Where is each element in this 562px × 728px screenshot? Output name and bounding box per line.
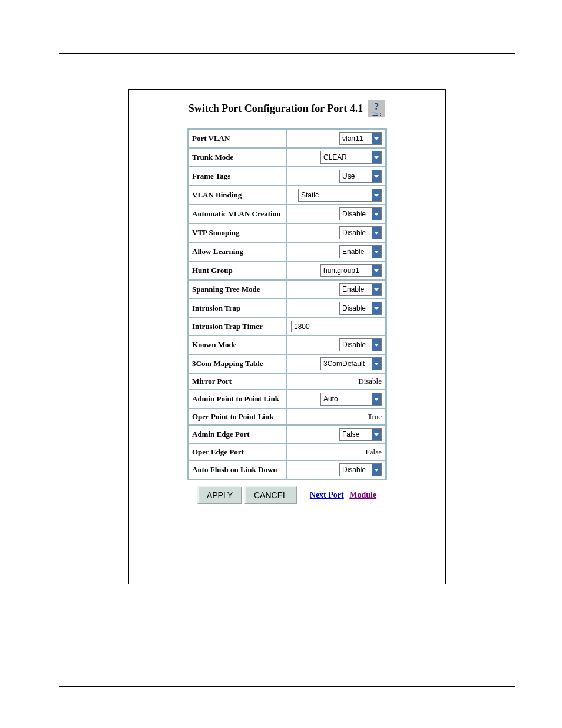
row-value: Disable: [287, 223, 386, 242]
table-row: Trunk ModeCLEAR: [188, 148, 386, 167]
table-row: Intrusion Trap Timer: [188, 318, 386, 335]
chevron-down-icon[interactable]: [372, 284, 381, 295]
row-value: CLEAR: [287, 148, 386, 167]
row-label: Spanning Tree Mode: [188, 280, 287, 299]
row-label: Known Mode: [188, 335, 287, 354]
chevron-down-icon[interactable]: [372, 265, 381, 276]
row-label: Oper Point to Point Link: [188, 409, 287, 425]
table-row: 3Com Mapping Table3ComDefault: [188, 354, 386, 373]
table-row: Admin Point to Point LinkAuto: [188, 390, 386, 409]
select-control[interactable]: Auto: [320, 393, 382, 406]
row-value: Static: [287, 186, 386, 205]
select-control[interactable]: Disable: [339, 463, 382, 476]
table-row: Intrusion TrapDisable: [188, 299, 386, 318]
chevron-down-icon[interactable]: [372, 208, 381, 220]
select-control[interactable]: Disable: [339, 338, 382, 351]
row-label: VTP Snooping: [188, 223, 287, 242]
row-value: Auto: [287, 390, 386, 409]
table-row: Oper Edge PortFalse: [188, 444, 386, 460]
apply-button[interactable]: APPLY: [197, 486, 242, 504]
table-row: VTP SnoopingDisable: [188, 223, 386, 242]
chevron-down-icon[interactable]: [372, 429, 381, 440]
select-control[interactable]: 3ComDefault: [320, 357, 382, 370]
row-value: Use: [287, 167, 386, 186]
row-label: 3Com Mapping Table: [188, 354, 287, 373]
row-label: Frame Tags: [188, 167, 287, 186]
select-control[interactable]: Disable: [339, 207, 382, 220]
table-row: VLAN BindingStatic: [188, 186, 386, 205]
select-control[interactable]: Enable: [339, 245, 382, 258]
table-row: Frame TagsUse: [188, 167, 386, 186]
static-value: False: [366, 447, 382, 456]
row-value: False: [287, 425, 386, 444]
chevron-down-icon[interactable]: [372, 464, 381, 476]
table-row: Spanning Tree ModeEnable: [188, 280, 386, 299]
row-value: Disable: [287, 205, 386, 223]
chevron-down-icon[interactable]: [372, 393, 381, 405]
static-value: True: [368, 412, 382, 421]
row-label: Port VLAN: [188, 129, 287, 148]
select-control[interactable]: False: [339, 428, 382, 441]
row-value: vlan11: [287, 129, 386, 148]
row-value: 3ComDefault: [287, 354, 386, 373]
row-value: True: [287, 409, 386, 425]
chevron-down-icon[interactable]: [372, 302, 381, 314]
config-table: Port VLANvlan11Trunk ModeCLEARFrame Tags…: [187, 128, 387, 480]
module-link[interactable]: Module: [349, 490, 376, 499]
select-control[interactable]: Static: [298, 189, 382, 202]
row-label: Mirror Port: [188, 373, 287, 390]
chevron-down-icon[interactable]: [372, 133, 381, 144]
table-row: Admin Edge PortFalse: [188, 425, 386, 444]
row-value: [287, 318, 386, 335]
row-label: Trunk Mode: [188, 148, 287, 167]
row-value: Disable: [287, 373, 386, 390]
row-value: Enable: [287, 242, 386, 261]
cancel-button[interactable]: CANCEL: [244, 486, 297, 504]
row-value: Enable: [287, 280, 386, 299]
table-row: Allow LearningEnable: [188, 242, 386, 261]
row-label: Intrusion Trap: [188, 299, 287, 318]
row-label: Hunt Group: [188, 261, 287, 280]
help-icon[interactable]: ? Help: [368, 100, 385, 117]
table-row: Hunt Grouphuntgroup1: [188, 261, 386, 280]
select-control[interactable]: vlan11: [339, 132, 382, 145]
row-label: Intrusion Trap Timer: [188, 318, 287, 335]
chevron-down-icon[interactable]: [372, 227, 381, 239]
select-control[interactable]: CLEAR: [320, 151, 382, 164]
text-input[interactable]: [291, 321, 373, 332]
row-label: VLAN Binding: [188, 186, 287, 205]
row-value: False: [287, 444, 386, 460]
table-row: Automatic VLAN CreationDisable: [188, 205, 386, 223]
chevron-down-icon[interactable]: [372, 151, 381, 163]
static-value: Disable: [358, 377, 382, 386]
row-label: Admin Edge Port: [188, 425, 287, 444]
row-label: Oper Edge Port: [188, 444, 287, 460]
select-control[interactable]: huntgroup1: [320, 264, 382, 277]
row-label: Admin Point to Point Link: [188, 390, 287, 409]
select-control[interactable]: Use: [339, 170, 382, 183]
row-label: Auto Flush on Link Down: [188, 460, 287, 479]
table-row: Oper Point to Point LinkTrue: [188, 409, 386, 425]
row-value: Disable: [287, 299, 386, 318]
chevron-down-icon[interactable]: [372, 170, 381, 182]
chevron-down-icon[interactable]: [372, 358, 381, 370]
table-row: Auto Flush on Link DownDisable: [188, 460, 386, 479]
select-control[interactable]: Disable: [339, 226, 382, 239]
row-label: Automatic VLAN Creation: [188, 205, 287, 223]
row-value: Disable: [287, 460, 386, 479]
row-label: Allow Learning: [188, 242, 287, 261]
chevron-down-icon[interactable]: [372, 246, 381, 258]
table-row: Known ModeDisable: [188, 335, 386, 354]
row-value: huntgroup1: [287, 261, 386, 280]
select-control[interactable]: Disable: [339, 302, 382, 315]
select-control[interactable]: Enable: [339, 283, 382, 296]
chevron-down-icon[interactable]: [372, 189, 381, 201]
chevron-down-icon[interactable]: [372, 339, 381, 351]
page-title: Switch Port Configuration for Port 4.1: [189, 103, 363, 115]
next-port-link[interactable]: Next Port: [310, 490, 344, 499]
table-row: Mirror PortDisable: [188, 373, 386, 390]
table-row: Port VLANvlan11: [188, 129, 386, 148]
row-value: Disable: [287, 335, 386, 354]
